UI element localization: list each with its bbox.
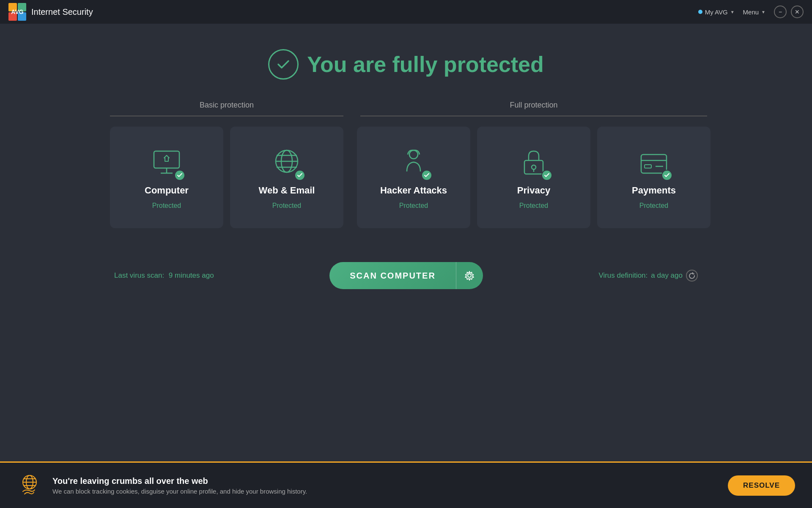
privacy-icon	[517, 145, 551, 179]
privacy-check	[541, 170, 552, 181]
hacker-icon	[397, 145, 431, 179]
hacker-card-status: Protected	[399, 202, 428, 210]
full-cards-row: Hacker Attacks Protected	[357, 127, 710, 228]
notification-left: You're leaving crumbs all over the web W…	[17, 473, 307, 498]
svg-point-21	[468, 274, 471, 277]
status-heading: You are fully protected	[268, 49, 544, 80]
hacker-attacks-card[interactable]: Hacker Attacks Protected	[357, 127, 470, 228]
basic-protection-section: Basic protection	[110, 101, 343, 228]
svg-point-13	[409, 150, 418, 159]
payments-card-status: Protected	[639, 202, 668, 210]
basic-cards-row: Computer Protected	[110, 127, 343, 228]
full-section-line	[360, 116, 707, 116]
last-scan-value: 9 minutes ago	[169, 271, 214, 279]
avg-logo: AVG	[8, 3, 26, 21]
resolve-button[interactable]: RESOLVE	[728, 475, 795, 496]
computer-card[interactable]: Computer Protected	[110, 127, 223, 228]
hacker-card-name: Hacker Attacks	[380, 185, 447, 196]
full-protection-label: Full protection	[510, 101, 557, 110]
payments-check	[661, 170, 672, 181]
myavg-chevron: ▼	[730, 10, 735, 14]
privacy-card[interactable]: Privacy Protected	[477, 127, 590, 228]
svg-point-15	[532, 165, 536, 169]
protection-sections: Basic protection	[110, 101, 702, 228]
menu-label: Menu	[743, 8, 759, 16]
notification-icon	[17, 473, 42, 498]
virus-def-label: Virus definition:	[598, 271, 647, 280]
status-text: You are fully protected	[307, 52, 544, 77]
full-protection-section: Full protection	[360, 101, 707, 228]
last-scan: Last virus scan: 9 minutes ago	[114, 271, 214, 280]
window-controls: − ✕	[774, 6, 804, 18]
svg-rect-19	[645, 165, 651, 168]
privacy-card-status: Protected	[519, 202, 548, 210]
payments-icon	[637, 145, 671, 179]
web-email-card-status: Protected	[272, 202, 301, 210]
titlebar: AVG Internet Security My AVG ▼ Menu ▼ − …	[0, 0, 812, 24]
web-email-check	[294, 170, 305, 181]
gear-icon	[464, 270, 475, 281]
scan-bar: Last virus scan: 9 minutes ago SCAN COMP…	[110, 262, 702, 289]
svg-rect-5	[154, 151, 179, 168]
status-check-circle	[268, 49, 299, 80]
last-scan-label: Last virus scan:	[114, 271, 164, 279]
basic-section-line	[110, 116, 343, 116]
svg-text:AVG: AVG	[11, 8, 23, 15]
computer-icon	[150, 145, 184, 179]
scan-computer-button[interactable]: SCAN COMPUTER	[329, 262, 456, 289]
close-button[interactable]: ✕	[791, 6, 804, 18]
notification-text: You're leaving crumbs all over the web W…	[52, 476, 307, 495]
myavg-dot	[698, 10, 702, 14]
payments-card[interactable]: Payments Protected	[597, 127, 710, 228]
myavg-button[interactable]: My AVG ▼	[698, 8, 735, 16]
svg-rect-14	[524, 160, 543, 174]
scan-button-wrapper[interactable]: SCAN COMPUTER	[329, 262, 483, 289]
scan-settings-button[interactable]	[456, 262, 483, 289]
notification-title: You're leaving crumbs all over the web	[52, 476, 307, 486]
menu-chevron: ▼	[761, 10, 765, 14]
minimize-button[interactable]: −	[774, 6, 787, 18]
payments-card-name: Payments	[632, 185, 676, 196]
myavg-label: My AVG	[705, 8, 728, 16]
refresh-button[interactable]	[686, 270, 698, 282]
notification-body: We can block tracking cookies, disguise …	[52, 488, 307, 495]
virus-definition: Virus definition: a day ago	[598, 270, 698, 282]
check-icon	[276, 57, 291, 72]
menu-button[interactable]: Menu ▼	[743, 8, 765, 16]
basic-protection-label: Basic protection	[200, 101, 254, 110]
computer-check	[174, 170, 185, 181]
virus-def-value: a day ago	[651, 271, 683, 280]
web-email-card-name: Web & Email	[259, 185, 315, 196]
titlebar-right: My AVG ▼ Menu ▼ − ✕	[698, 6, 804, 18]
hacker-check	[421, 170, 432, 181]
app-title: Internet Security	[31, 7, 93, 17]
titlebar-left: AVG Internet Security	[8, 3, 93, 21]
web-email-icon	[270, 145, 304, 179]
notification-bar: You're leaving crumbs all over the web W…	[0, 461, 812, 508]
svg-rect-17	[641, 155, 667, 173]
computer-card-name: Computer	[145, 185, 189, 196]
refresh-icon	[689, 272, 695, 279]
main-content: You are fully protected Basic protection	[0, 24, 812, 289]
web-email-card[interactable]: Web & Email Protected	[230, 127, 343, 228]
computer-card-status: Protected	[152, 202, 181, 210]
privacy-card-name: Privacy	[517, 185, 550, 196]
